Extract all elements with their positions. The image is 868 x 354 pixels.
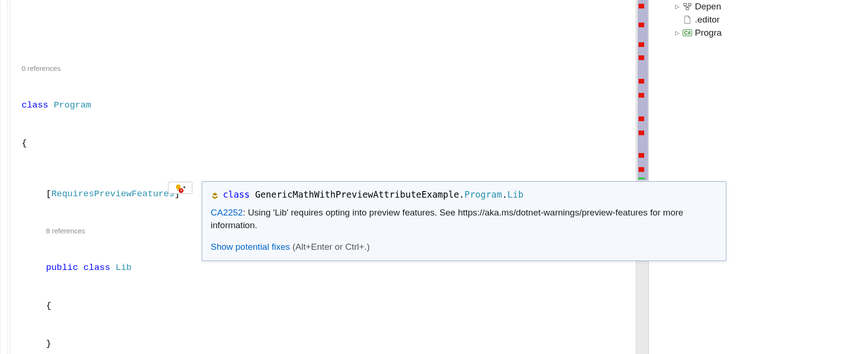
error-marker[interactable] <box>639 42 644 47</box>
show-fixes-link[interactable]: Show potential fixes <box>211 242 290 252</box>
class-icon <box>211 191 219 199</box>
error-marker[interactable] <box>639 4 644 8</box>
error-marker[interactable] <box>639 116 644 121</box>
error-marker[interactable] <box>639 23 644 27</box>
editor-splitter[interactable] <box>649 0 666 354</box>
code-line[interactable]: { <box>0 137 636 150</box>
code-line[interactable]: } <box>0 338 636 350</box>
error-marker[interactable] <box>639 167 644 172</box>
csharp-file-icon: C# <box>683 28 692 38</box>
file-icon <box>683 15 692 24</box>
solution-item-label: Depen <box>695 1 721 12</box>
solution-explorer[interactable]: ▷Depen.editor▷C#Progra <box>666 0 868 354</box>
tooltip-message: CA2252: Using 'Lib' requires opting into… <box>211 206 717 232</box>
code-editor[interactable]: 0 references class Program { [RequiresPr… <box>0 0 636 354</box>
expand-icon[interactable]: ▷ <box>674 3 680 10</box>
lightbulb-error-icon: ✕ <box>175 184 182 192</box>
chevron-down-icon: ▼ <box>183 185 185 190</box>
diagnostic-code: CA2252 <box>211 208 243 217</box>
solution-item[interactable]: ▷Depen <box>666 0 868 13</box>
error-marker[interactable] <box>639 131 644 135</box>
tooltip-class-path: class GenericMathWithPreviewAttributeExa… <box>223 188 524 201</box>
codelens-refs[interactable]: 0 references <box>0 63 636 74</box>
code-line[interactable]: { <box>0 300 636 312</box>
dependencies-icon <box>683 2 692 11</box>
solution-item[interactable]: ▷C#Progra <box>666 26 868 39</box>
solution-item-label: Progra <box>695 28 722 38</box>
error-marker[interactable] <box>639 79 644 84</box>
error-marker[interactable] <box>639 93 644 98</box>
svg-rect-1 <box>684 3 686 6</box>
quick-actions-button[interactable]: ✕ ▼ <box>168 182 192 194</box>
svg-rect-2 <box>688 3 691 6</box>
quickinfo-tooltip: class GenericMathWithPreviewAttributeExa… <box>202 181 726 261</box>
code-line[interactable]: public class Lib <box>0 262 636 274</box>
shortcut-hint: (Alt+Enter or Ctrl+.) <box>290 242 370 252</box>
solution-item-label: .editor <box>695 15 720 25</box>
solution-item[interactable]: .editor <box>666 13 868 26</box>
svg-rect-3 <box>686 8 689 10</box>
error-marker[interactable] <box>639 55 644 60</box>
code-line[interactable]: class Program <box>0 99 636 112</box>
expand-icon[interactable]: ▷ <box>674 30 680 36</box>
caret-marker <box>638 177 645 179</box>
error-marker[interactable] <box>639 153 644 158</box>
overview-ruler[interactable] <box>636 0 649 354</box>
